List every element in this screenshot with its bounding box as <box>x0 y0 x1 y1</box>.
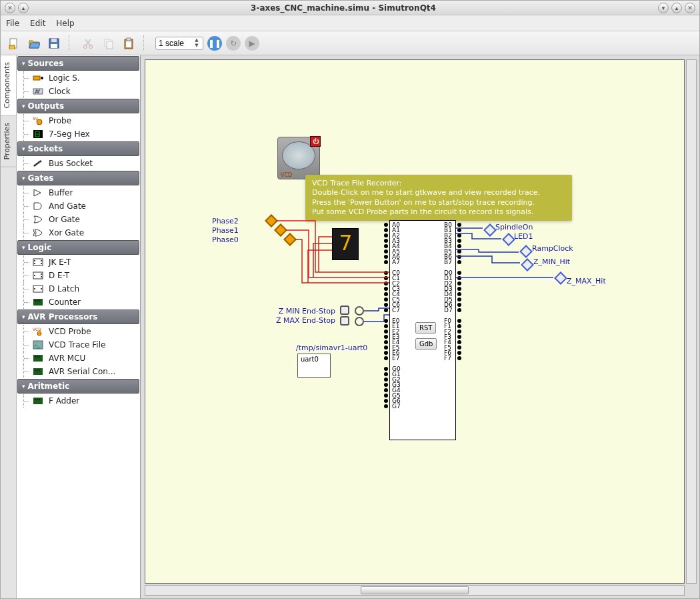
mcu-pin[interactable] <box>384 260 388 264</box>
menu-help[interactable]: Help <box>56 19 74 28</box>
category-header[interactable]: ▾Aritmetic <box>17 379 139 394</box>
component-item[interactable]: 5VProbe <box>17 114 140 127</box>
component-item[interactable]: Bus Socket <box>17 157 140 170</box>
mcu-pin[interactable] <box>457 233 461 237</box>
restart-button[interactable]: ↻ <box>226 36 241 51</box>
copy-icon[interactable] <box>101 35 117 51</box>
mcu-pin[interactable] <box>384 223 388 227</box>
category-header[interactable]: ▾Sources <box>17 56 139 71</box>
probe-icon[interactable] <box>519 245 533 258</box>
mcu-pin[interactable] <box>384 297 388 302</box>
cut-icon[interactable] <box>81 35 97 51</box>
open-file-icon[interactable] <box>26 35 42 51</box>
mcu-pin[interactable] <box>384 249 388 253</box>
seven-segment-display[interactable]: 7 <box>332 228 359 260</box>
minimize-button[interactable]: ▾ <box>658 3 669 13</box>
probe-icon[interactable] <box>483 223 497 237</box>
component-item[interactable]: Clock <box>17 85 140 98</box>
vcd-trace-recorder[interactable]: ⏻ VCD <box>277 137 320 179</box>
mcu-pin[interactable] <box>384 228 388 232</box>
mcu-pin[interactable] <box>457 239 461 243</box>
tab-properties[interactable]: Properties <box>1 116 16 167</box>
scale-input[interactable] <box>159 39 192 48</box>
mcu-pin[interactable] <box>384 233 388 237</box>
mcu-pin[interactable] <box>384 255 388 259</box>
component-item[interactable]: Buffer <box>17 186 140 199</box>
mcu-pin[interactable] <box>384 292 388 296</box>
save-file-icon[interactable] <box>46 35 62 51</box>
menu-file[interactable]: File <box>6 19 19 28</box>
category-header[interactable]: ▾Gates <box>17 171 139 185</box>
mcu-pin[interactable] <box>384 383 388 387</box>
paste-icon[interactable] <box>121 35 137 51</box>
mcu-pin[interactable] <box>384 394 388 398</box>
mcu-pin[interactable] <box>384 281 388 285</box>
play-button[interactable]: ▶ <box>245 36 259 51</box>
tab-components[interactable]: Components <box>1 55 16 116</box>
component-item[interactable]: VCD Trace File <box>17 338 140 352</box>
mcu-pin[interactable] <box>384 372 388 376</box>
probe-icon[interactable] <box>265 214 278 227</box>
spin-down-icon[interactable]: ▼ <box>193 43 200 49</box>
mcu-pin[interactable] <box>384 324 388 328</box>
mcu-pin[interactable] <box>384 303 388 307</box>
component-item[interactable]: And Gate <box>17 199 140 213</box>
component-item[interactable]: Xor Gate <box>17 226 140 239</box>
mcu-pin[interactable] <box>457 260 461 264</box>
probe-icon[interactable] <box>274 223 287 237</box>
mcu-pin[interactable] <box>384 287 388 291</box>
component-item[interactable]: D Latch <box>17 282 140 295</box>
mcu-pin[interactable] <box>384 351 388 355</box>
mcu-pin[interactable] <box>457 281 461 285</box>
mcu-pin[interactable] <box>457 351 461 355</box>
scale-spinner[interactable]: ▲▼ <box>155 37 203 50</box>
category-header[interactable]: ▾AVR Processors <box>17 310 139 324</box>
mcu-pin[interactable] <box>457 297 461 302</box>
vertical-scrollbar[interactable] <box>686 59 697 584</box>
mcu-gdb-button[interactable]: Gdb <box>415 338 437 350</box>
mcu-pin[interactable] <box>457 244 461 248</box>
mcu-reset-button[interactable]: RST <box>415 322 436 334</box>
mcu-pin[interactable] <box>457 335 461 339</box>
close-button[interactable]: ✕ <box>685 3 695 13</box>
mcu-pin[interactable] <box>457 228 461 232</box>
mcu-pin[interactable] <box>384 271 388 275</box>
mcu-pin[interactable] <box>384 330 388 334</box>
mcu-pin[interactable] <box>457 292 461 296</box>
component-item[interactable]: F Adder <box>17 394 140 408</box>
menu-edit[interactable]: Edit <box>30 19 45 28</box>
component-item[interactable]: Or Gate <box>17 213 140 226</box>
component-item[interactable]: JK E-T <box>17 255 140 269</box>
vcd-power-button[interactable]: ⏻ <box>310 136 321 147</box>
pause-button[interactable]: ❚❚ <box>207 36 222 51</box>
mcu-pin[interactable] <box>384 335 388 339</box>
probe-icon[interactable] <box>521 258 534 271</box>
mcu-pin[interactable] <box>384 404 388 408</box>
led-icon[interactable] <box>340 316 349 326</box>
mcu-pin[interactable] <box>384 308 388 312</box>
mcu-pin[interactable] <box>384 378 388 382</box>
mcu-pin[interactable] <box>457 276 461 280</box>
category-header[interactable]: ▾Outputs <box>17 99 139 113</box>
mcu-pin[interactable] <box>384 346 388 350</box>
mcu-pin[interactable] <box>384 319 388 323</box>
mcu-pin[interactable] <box>457 308 461 312</box>
component-item[interactable]: AVR MCU <box>17 352 140 365</box>
mcu-pin[interactable] <box>457 340 461 344</box>
mcu-pin[interactable] <box>457 271 461 275</box>
mcu-pin[interactable] <box>457 356 461 360</box>
category-header[interactable]: ▾Sockets <box>17 141 139 156</box>
scrollbar-thumb[interactable] <box>361 586 469 594</box>
window-menu-icon[interactable]: ✕ <box>5 3 15 13</box>
probe-icon[interactable] <box>502 233 515 246</box>
new-file-icon[interactable] <box>6 35 22 51</box>
uart-terminal[interactable]: uart0 <box>297 354 331 378</box>
mcu-pin[interactable] <box>457 223 461 227</box>
mcu-pin[interactable] <box>457 255 461 259</box>
mcu-pin[interactable] <box>457 330 461 334</box>
mcu-pin[interactable] <box>457 249 461 253</box>
component-item[interactable]: 7-Seg Hex <box>17 127 140 141</box>
maximize-button[interactable]: ▴ <box>671 3 682 13</box>
led-icon[interactable] <box>340 306 349 315</box>
mcu-pin[interactable] <box>457 287 461 291</box>
